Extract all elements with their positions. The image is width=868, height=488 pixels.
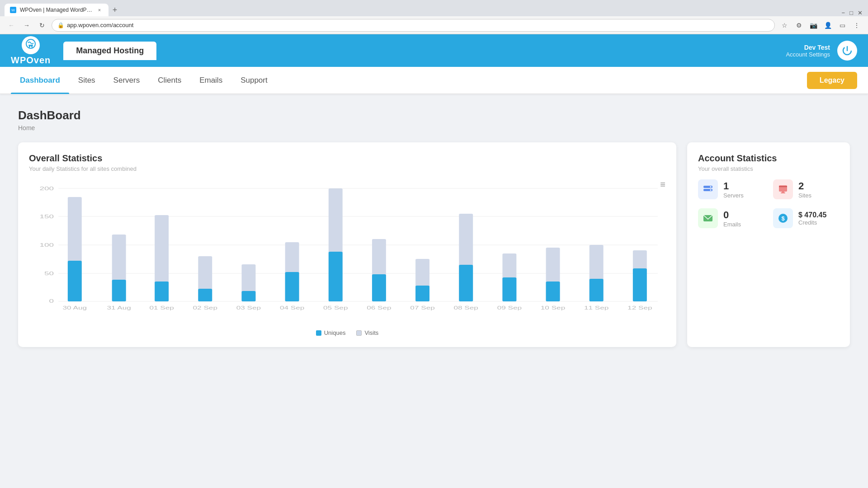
svg-rect-28 <box>372 274 386 301</box>
back-button[interactable]: ← <box>5 19 17 31</box>
new-tab-button[interactable]: + <box>108 4 121 16</box>
legend-uniques-dot <box>316 330 321 336</box>
svg-text:03 Sep: 03 Sep <box>236 305 261 310</box>
sites-stat-text: 2 Sites <box>798 180 811 199</box>
emails-label: Emails <box>723 221 741 228</box>
svg-rect-26 <box>329 252 343 301</box>
account-settings-link[interactable]: Account Settings <box>786 51 830 58</box>
screenshot-icon[interactable]: 📷 <box>807 19 819 31</box>
credits-label: Credits <box>798 219 826 226</box>
sites-svg <box>778 184 788 195</box>
toolbar-actions: ☆ ⚙ 📷 👤 ▭ ⋮ <box>778 19 863 31</box>
nav-clients[interactable]: Clients <box>149 67 190 94</box>
tab-close-button[interactable]: × <box>96 6 103 14</box>
svg-rect-20 <box>198 289 212 301</box>
overall-stats-title: Overall Statistics <box>29 153 665 164</box>
svg-rect-18 <box>155 282 169 301</box>
stat-emails: 0 Emails <box>698 208 764 228</box>
browser-tab-bar: W WPOven | Managed WordPress × + − □ ✕ <box>0 0 868 16</box>
account-stats-title: Account Statistics <box>698 153 839 164</box>
credits-value: $ 470.45 <box>798 211 826 219</box>
servers-svg <box>703 184 713 195</box>
svg-rect-30 <box>415 286 429 301</box>
account-stats-card: Account Statistics Your overall statisti… <box>687 142 850 347</box>
cards-row: Overall Statistics Your daily Statistics… <box>18 142 850 347</box>
svg-text:09 Sep: 09 Sep <box>497 305 522 310</box>
forward-button[interactable]: → <box>21 19 33 31</box>
credits-svg: $ <box>778 213 788 224</box>
svg-text:$: $ <box>781 215 785 222</box>
svg-text:05 Sep: 05 Sep <box>323 305 348 310</box>
bookmark-icon[interactable]: ☆ <box>778 19 790 31</box>
managed-hosting-tab[interactable]: Managed Hosting <box>63 42 156 60</box>
tab-favicon: W <box>10 7 16 13</box>
browser-tab[interactable]: W WPOven | Managed WordPress × <box>5 4 108 16</box>
svg-rect-16 <box>112 280 126 301</box>
nav-sites[interactable]: Sites <box>69 67 104 94</box>
logo-svg <box>24 38 38 52</box>
power-icon <box>842 45 853 56</box>
svg-point-0 <box>26 39 35 48</box>
svg-rect-62 <box>782 192 784 192</box>
chart-legend: Uniques Visits <box>29 329 665 336</box>
menu-icon[interactable]: ⋮ <box>851 19 863 31</box>
legacy-button[interactable]: Legacy <box>807 72 857 89</box>
extensions-icon[interactable]: ⚙ <box>793 19 805 31</box>
svg-point-58 <box>710 189 712 191</box>
svg-text:12 Sep: 12 Sep <box>627 305 652 310</box>
svg-text:200: 200 <box>39 186 53 191</box>
sites-icon <box>773 179 793 199</box>
lock-icon: 🔒 <box>57 22 64 28</box>
stat-credits: $ $ 470.45 Credits <box>773 208 839 228</box>
nav-support[interactable]: Support <box>231 67 277 94</box>
user-name: Dev Test <box>786 44 830 51</box>
emails-svg <box>703 213 713 224</box>
user-info: Dev Test Account Settings <box>786 44 830 58</box>
header-right: Dev Test Account Settings <box>786 41 857 61</box>
emails-stat-text: 0 Emails <box>723 209 741 228</box>
svg-text:30 Aug: 30 Aug <box>63 305 87 310</box>
svg-text:07 Sep: 07 Sep <box>410 305 435 310</box>
svg-text:06 Sep: 06 Sep <box>367 305 392 310</box>
emails-value: 0 <box>723 209 741 221</box>
sites-value: 2 <box>798 180 811 192</box>
legend-uniques: Uniques <box>316 329 346 336</box>
svg-text:10 Sep: 10 Sep <box>541 305 566 310</box>
svg-text:01 Sep: 01 Sep <box>149 305 174 310</box>
svg-rect-36 <box>546 282 560 301</box>
profile-icon[interactable]: 👤 <box>822 19 834 31</box>
close-window-button[interactable]: ✕ <box>858 9 863 16</box>
legend-visits-label: Visits <box>364 329 378 336</box>
svg-rect-60 <box>779 186 787 187</box>
svg-text:100: 100 <box>39 242 53 248</box>
sidebar-icon[interactable]: ▭ <box>836 19 848 31</box>
browser-chrome: W WPOven | Managed WordPress × + − □ ✕ ←… <box>0 0 868 34</box>
svg-rect-34 <box>502 277 516 301</box>
svg-text:31 Aug: 31 Aug <box>107 305 131 310</box>
nav-dashboard[interactable]: Dashboard <box>11 67 69 94</box>
nav-emails[interactable]: Emails <box>190 67 231 94</box>
svg-text:11 Sep: 11 Sep <box>584 305 609 310</box>
browser-toolbar: ← → ↻ 🔒 app.wpoven.com/account ☆ ⚙ 📷 👤 ▭… <box>0 16 868 34</box>
emails-icon <box>698 208 718 228</box>
minimize-button[interactable]: − <box>842 9 845 16</box>
restore-button[interactable]: □ <box>849 9 853 16</box>
logo-brand-text: WPOven <box>11 55 51 66</box>
nav-servers[interactable]: Servers <box>104 67 149 94</box>
svg-text:0: 0 <box>49 298 54 304</box>
breadcrumb: Home <box>18 124 850 131</box>
svg-rect-14 <box>68 261 82 301</box>
account-stats-subtitle: Your overall statistics <box>698 165 839 172</box>
refresh-button[interactable]: ↻ <box>36 19 48 31</box>
account-stats-grid: 1 Servers 2 <box>698 179 839 228</box>
address-bar[interactable]: 🔒 app.wpoven.com/account <box>52 19 775 32</box>
svg-rect-40 <box>633 268 647 301</box>
sites-label: Sites <box>798 192 811 199</box>
url-display: app.wpoven.com/account <box>67 22 133 28</box>
power-button[interactable] <box>837 41 857 61</box>
chart-menu-button[interactable]: ≡ <box>660 179 665 190</box>
svg-rect-24 <box>285 272 299 301</box>
legend-visits-dot <box>356 330 362 336</box>
servers-label: Servers <box>723 192 744 199</box>
wpoven-logo: WPOven <box>11 36 51 66</box>
